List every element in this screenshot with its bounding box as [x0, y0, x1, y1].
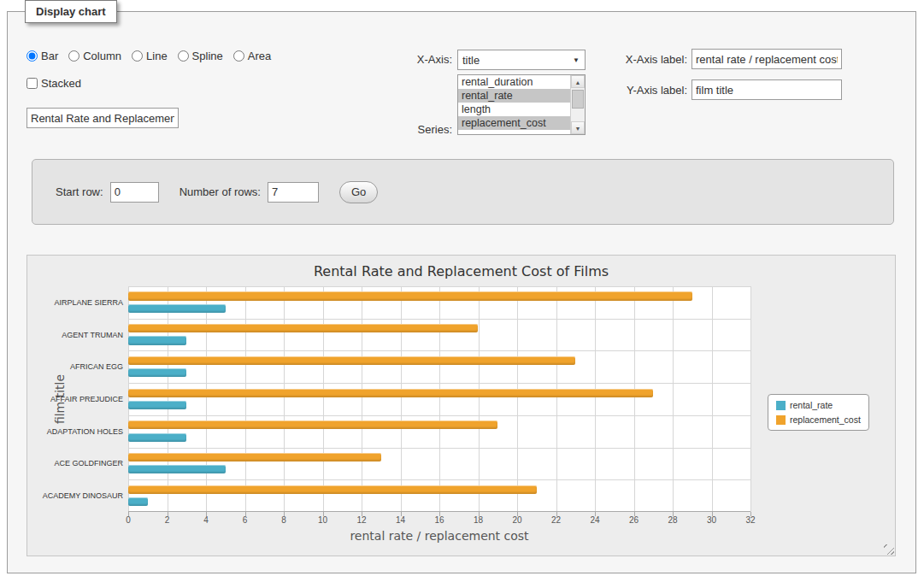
chart-type-option-area[interactable]: Area [233, 50, 271, 62]
bar-replacement_cost [128, 453, 381, 461]
bar-rental_rate [128, 368, 186, 377]
bar-rental_rate [128, 336, 186, 344]
x-tick-label: 30 [707, 515, 716, 525]
x-axis-line [128, 511, 750, 512]
x-tick-label: 16 [434, 515, 444, 525]
gridline [439, 286, 440, 512]
category-label: AFFAIR PREJUDICE [50, 395, 123, 403]
x-tick-label: 2 [165, 515, 170, 525]
gridline [362, 286, 362, 512]
x-tick-label: 28 [668, 515, 677, 525]
stacked-option[interactable]: Stacked [26, 77, 81, 90]
category-label: ADAPTATION HOLES [47, 427, 123, 436]
x-tick-label: 12 [356, 515, 366, 525]
scroll-down-icon[interactable]: ▼ [571, 121, 585, 134]
category-label: ACE GOLDFINGER [54, 459, 123, 467]
gridline [128, 286, 129, 512]
bar-rental_rate [128, 304, 226, 313]
gridline [673, 286, 674, 512]
legend-swatch [776, 401, 786, 410]
bar-replacement_cost [128, 485, 537, 494]
x-axis-select-label: X-Axis: [375, 50, 452, 70]
y-category-labels: AIRPLANE SIERRAAGENT TRUMANAFRICAN EGGAF… [27, 286, 123, 512]
gridline [128, 415, 750, 416]
category-label: AFRICAN EGG [70, 362, 123, 371]
stacked-checkbox[interactable] [26, 78, 38, 89]
go-button[interactable]: Go [339, 181, 378, 203]
chart-type-radio-spline[interactable] [178, 50, 189, 62]
y-axis-label-input[interactable] [692, 79, 842, 100]
gridline [750, 286, 751, 512]
gridline [128, 383, 750, 384]
category-label: ACADEMY DINOSAUR [43, 491, 123, 500]
gridline [284, 286, 285, 512]
chart-type-radios: BarColumnLineSplineArea [26, 50, 271, 62]
gridline [634, 286, 635, 512]
gridline [168, 286, 168, 512]
bar-rental_rate [128, 401, 186, 409]
chart-title: Rental Rate and Replacement Cost of Film… [27, 263, 895, 279]
plot-area [128, 286, 750, 512]
chart-type-radio-line[interactable] [132, 50, 143, 62]
bar-rental_rate [128, 433, 186, 442]
x-tick-label: 18 [474, 515, 483, 525]
stacked-checkbox-row: Stacked [26, 77, 81, 91]
chart-type-radio-bar[interactable] [26, 50, 38, 62]
chart-type-option-line[interactable]: Line [132, 50, 168, 62]
x-tick-labels: 02468101214161820222426283032 [128, 515, 750, 527]
chart-type-option-spline[interactable]: Spline [178, 50, 223, 62]
chart-type-label: Bar [41, 50, 58, 62]
legend-label: rental_rate [790, 400, 833, 410]
x-tick-label: 14 [396, 515, 405, 525]
series-option[interactable]: rental_duration [458, 75, 570, 89]
x-tick-label: 26 [629, 515, 639, 525]
chart-type-radio-column[interactable] [68, 50, 79, 62]
gridline [128, 286, 750, 287]
bar-replacement_cost [128, 420, 497, 429]
num-rows-input[interactable] [268, 182, 319, 203]
bar-rental_rate [128, 465, 226, 473]
gridline [128, 479, 750, 480]
chart-type-option-bar[interactable]: Bar [26, 50, 58, 62]
chart-container: Rental Rate and Replacement Cost of Film… [26, 255, 896, 556]
gridline [323, 286, 324, 512]
legend-item-replacement_cost[interactable]: replacement_cost [776, 414, 861, 425]
chart-type-radio-area[interactable] [233, 50, 244, 62]
series-options: rental_durationrental_ratelengthreplacem… [458, 75, 570, 134]
gridline [128, 319, 750, 320]
chart-type-label: Line [146, 50, 168, 62]
bar-rental_rate [128, 497, 148, 506]
x-axis-label-input[interactable] [692, 49, 842, 69]
category-label: AGENT TRUMAN [62, 331, 123, 339]
legend-swatch [776, 415, 786, 425]
bar-replacement_cost [128, 356, 575, 365]
resize-handle-icon[interactable] [884, 544, 894, 555]
gridline [595, 286, 596, 512]
gridline [479, 286, 480, 512]
chart-title-input[interactable] [26, 108, 179, 128]
series-option[interactable]: length [458, 103, 570, 116]
series-option[interactable]: rental_rate [458, 89, 570, 103]
stacked-label: Stacked [41, 77, 81, 90]
start-row-input[interactable] [110, 182, 159, 203]
x-tick-label: 6 [243, 515, 248, 525]
x-axis-select-value: title [462, 54, 480, 67]
bar-replacement_cost [128, 389, 653, 397]
gridline [517, 286, 518, 512]
gridline [245, 286, 246, 512]
num-rows-label: Number of rows: [180, 185, 261, 198]
x-tick-label: 20 [512, 515, 521, 525]
series-select-label: Series: [375, 120, 452, 140]
chart-type-option-column[interactable]: Column [68, 50, 121, 62]
start-row-label: Start row: [56, 185, 103, 198]
legend-item-rental_rate[interactable]: rental_rate [776, 400, 861, 410]
series-option[interactable]: replacement_cost [458, 116, 570, 130]
gridline [206, 286, 207, 512]
gridline [712, 286, 713, 512]
y-axis-label-field-label: Y-Axis label: [555, 80, 687, 101]
rows-panel: Start row: Number of rows: Go [32, 159, 894, 225]
display-chart-fieldset: Display chart BarColumnLineSplineArea St… [7, 11, 916, 573]
x-tick-label: 24 [590, 515, 599, 525]
chart-legend: rental_ratereplacement_cost [768, 394, 869, 431]
bar-replacement_cost [128, 291, 692, 300]
